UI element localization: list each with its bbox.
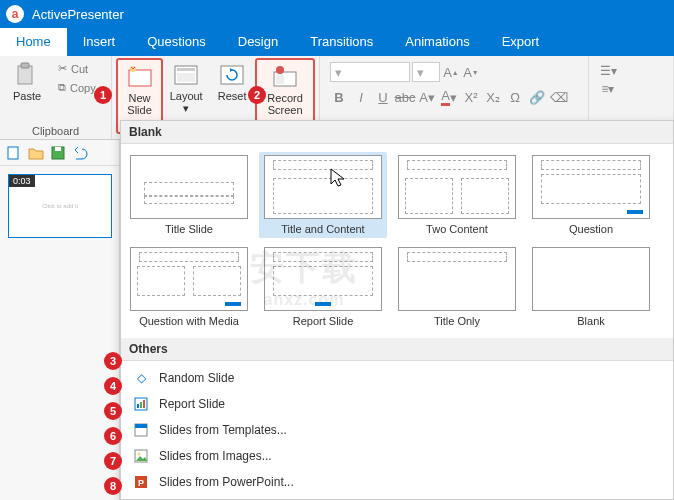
item-label: Report Slide: [159, 397, 225, 411]
powerpoint-icon: P: [133, 474, 149, 490]
svg-rect-1: [21, 63, 29, 68]
layout-button[interactable]: Layout▾: [163, 58, 209, 118]
font-family-select[interactable]: ▾: [330, 62, 410, 82]
tab-home[interactable]: Home: [0, 28, 67, 56]
copy-icon: ⧉: [58, 81, 66, 94]
svg-rect-2: [129, 70, 151, 86]
svg-text:P: P: [138, 478, 144, 488]
slides-from-templates-item[interactable]: Slides from Templates...: [121, 417, 673, 443]
callout-badge-6: 6: [104, 427, 122, 445]
app-logo-icon: a: [6, 5, 24, 23]
slide-placeholder-text: Click to add ti: [42, 203, 78, 209]
scissors-icon: ✂: [58, 62, 67, 75]
mouse-cursor-icon: [330, 168, 346, 188]
superscript-button[interactable]: X²: [462, 88, 480, 106]
item-label: Slides from Images...: [159, 449, 272, 463]
layout-two-content[interactable]: Two Content: [393, 152, 521, 238]
save-icon[interactable]: [50, 145, 66, 161]
tab-questions[interactable]: Questions: [131, 28, 222, 56]
workspace: 0:03 Click to add ti Blank Title Slide T…: [0, 140, 674, 500]
svg-rect-5: [177, 68, 195, 71]
layout-label: Layout▾: [170, 90, 203, 114]
svg-rect-16: [140, 402, 142, 408]
numbering-button[interactable]: ≡▾: [599, 80, 617, 98]
layout-question-with-media[interactable]: Question with Media: [125, 244, 253, 330]
quick-access-toolbar: [0, 140, 119, 166]
layout-label: Question with Media: [139, 315, 239, 327]
blank-section-title: Blank: [121, 121, 673, 144]
highlight-button[interactable]: A▾: [418, 88, 436, 106]
layout-report-slide[interactable]: Report Slide: [259, 244, 387, 330]
svg-rect-19: [135, 424, 147, 428]
random-slide-item[interactable]: ◇ Random Slide: [121, 365, 673, 391]
paste-icon: [13, 62, 41, 88]
font-size-select[interactable]: ▾: [412, 62, 440, 82]
callout-badge-3: 3: [104, 352, 122, 370]
copy-button[interactable]: ⧉ Copy: [54, 79, 100, 96]
callout-badge-5: 5: [104, 402, 122, 420]
report-slide-item[interactable]: Report Slide: [121, 391, 673, 417]
callout-badge-2: 2: [248, 86, 266, 104]
tab-insert[interactable]: Insert: [67, 28, 132, 56]
svg-rect-17: [143, 400, 145, 408]
clear-format-button[interactable]: ⌫: [550, 88, 568, 106]
tab-transitions[interactable]: Transitions: [294, 28, 389, 56]
svg-rect-11: [8, 147, 18, 159]
grow-font-button[interactable]: A▲: [442, 63, 460, 81]
layout-question[interactable]: Question: [527, 152, 655, 238]
layout-title-and-content[interactable]: Title and Content: [259, 152, 387, 238]
omega-button[interactable]: Ω: [506, 88, 524, 106]
slides-from-activepresenter-item[interactable]: a Slides from ActivePresenter...: [121, 495, 673, 500]
layout-title-slide[interactable]: Title Slide: [125, 152, 253, 238]
subscript-button[interactable]: X₂: [484, 88, 502, 106]
bullets-button[interactable]: ☰▾: [599, 62, 617, 80]
underline-button[interactable]: U: [374, 88, 392, 106]
callout-badge-7: 7: [104, 452, 122, 470]
callout-badge-1: 1: [94, 86, 112, 104]
svg-rect-7: [221, 66, 243, 84]
layout-label: Report Slide: [293, 315, 354, 327]
open-folder-icon[interactable]: [28, 145, 44, 161]
blank-layouts-grid: Title Slide Title and Content Two Conten…: [121, 144, 673, 338]
others-list: ◇ Random Slide Report Slide Slides from …: [121, 361, 673, 500]
callout-badge-4: 4: [104, 377, 122, 395]
italic-button[interactable]: I: [352, 88, 370, 106]
slide-thumbnail-1[interactable]: 0:03 Click to add ti: [8, 174, 112, 238]
paste-button[interactable]: Paste: [4, 58, 50, 106]
new-slide-icon: [126, 64, 154, 90]
strike-button[interactable]: abc: [396, 88, 414, 106]
layout-label: Title Slide: [165, 223, 213, 235]
svg-rect-9: [276, 74, 284, 84]
undo-icon[interactable]: [72, 145, 88, 161]
chart-icon: [133, 396, 149, 412]
cut-button[interactable]: ✂ Cut: [54, 60, 100, 77]
slide-thumbnails: 0:03 Click to add ti: [0, 166, 119, 246]
svg-rect-6: [177, 73, 195, 82]
slide-duration: 0:03: [9, 175, 35, 187]
svg-point-10: [276, 66, 284, 74]
svg-rect-15: [137, 404, 139, 408]
slides-from-images-item[interactable]: Slides from Images...: [121, 443, 673, 469]
layout-title-only[interactable]: Title Only: [393, 244, 521, 330]
item-label: Slides from PowerPoint...: [159, 475, 294, 489]
callout-badge-8: 8: [104, 477, 122, 495]
titlebar: a ActivePresenter: [0, 0, 674, 28]
tab-export[interactable]: Export: [486, 28, 556, 56]
tab-design[interactable]: Design: [222, 28, 294, 56]
shrink-font-button[interactable]: A▼: [462, 63, 480, 81]
image-icon: [133, 448, 149, 464]
layout-label: Two Content: [426, 223, 488, 235]
reset-icon: [218, 62, 246, 88]
svg-rect-0: [18, 66, 32, 84]
cut-label: Cut: [71, 63, 88, 75]
bold-button[interactable]: B: [330, 88, 348, 106]
layout-icon: [172, 62, 200, 88]
others-section-title: Others: [121, 338, 673, 361]
link-button[interactable]: 🔗: [528, 88, 546, 106]
new-file-icon[interactable]: [6, 145, 22, 161]
copy-label: Copy: [70, 82, 96, 94]
slides-from-powerpoint-item[interactable]: P Slides from PowerPoint...: [121, 469, 673, 495]
tab-animations[interactable]: Animations: [389, 28, 485, 56]
layout-blank[interactable]: Blank: [527, 244, 655, 330]
font-color-button[interactable]: A▾: [440, 88, 458, 106]
